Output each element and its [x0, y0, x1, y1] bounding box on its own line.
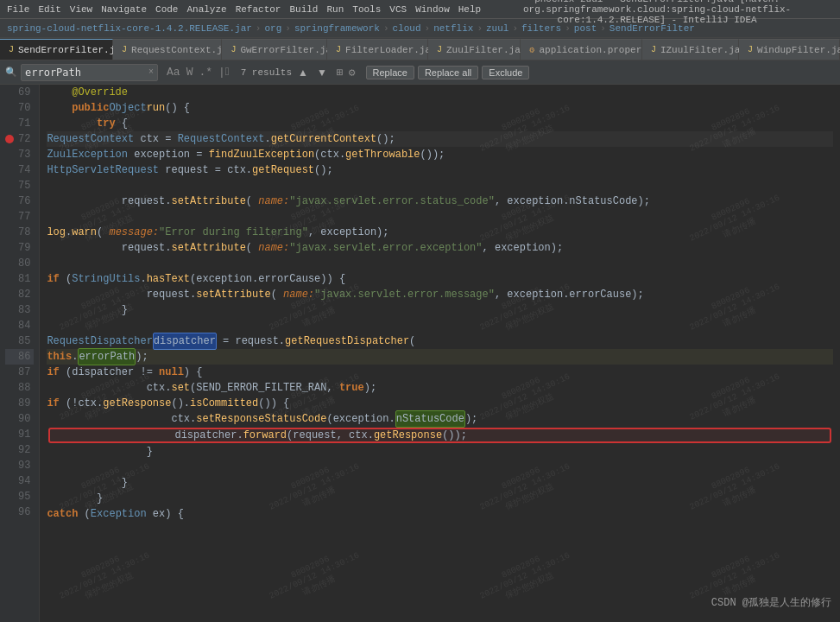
code-line-96: catch (Exception ex) {	[47, 506, 833, 522]
code-line-69: @Override	[47, 85, 833, 100]
line-number-70: 70	[5, 100, 34, 116]
code-line-94: }	[47, 475, 833, 491]
line-number-88: 88	[5, 380, 34, 396]
app-menu: File Edit View Navigate Code Analyze Ref…	[7, 4, 481, 15]
code-line-90: ctx.setResponseStatusCode(exception.nSta…	[47, 411, 833, 427]
line-number-77: 77	[5, 209, 34, 225]
line-number-92: 92	[5, 442, 34, 458]
match-case-icon[interactable]: Aa	[165, 64, 182, 80]
tab-izuulfilter[interactable]: J IZuulFilter.java ×	[642, 39, 739, 60]
line-number-96: 96	[5, 505, 34, 520]
code-line-72: RequestContext ctx = RequestContext.getC…	[47, 131, 833, 147]
prev-result-button[interactable]: ▲	[295, 66, 311, 79]
code-line-78: log.warn( message: "Error during filteri…	[47, 225, 833, 240]
bc-senderrorfilter[interactable]: SendErrorFilter	[609, 23, 695, 34]
tab-gwerrorfilter[interactable]: J GwErrorFilter.java ×	[222, 39, 327, 60]
menu-refactor[interactable]: Refactor	[236, 4, 281, 15]
replace-button[interactable]: Replace	[366, 66, 414, 79]
code-line-91: dispatcher.forward(request, ctx.getRespo…	[48, 428, 831, 443]
line-number-89: 89	[5, 396, 34, 411]
code-line-95: }	[47, 491, 833, 506]
code-line-89: if (!ctx.getResponse().isCommitted()) {	[47, 396, 833, 411]
line-number-87: 87	[5, 365, 34, 380]
tab-windupfilter[interactable]: J WindupFilter.java ×	[739, 39, 840, 60]
in-selection-icon[interactable]: |⃞	[217, 64, 234, 80]
menu-build[interactable]: Build	[289, 4, 318, 15]
line-number-94: 94	[5, 473, 34, 489]
menu-view[interactable]: View	[70, 4, 92, 15]
line-number-80: 80	[5, 256, 34, 271]
code-line-92: }	[47, 444, 833, 460]
line-number-74: 74	[5, 162, 34, 178]
bc-zuul[interactable]: zuul	[486, 23, 508, 34]
regex-icon[interactable]: .*	[197, 64, 214, 80]
line-number-84: 84	[5, 318, 34, 333]
menu-run[interactable]: Run	[326, 4, 344, 15]
line-number-73: 73	[5, 147, 34, 162]
bc-netflix[interactable]: netflix	[433, 23, 473, 34]
menu-navigate[interactable]: Navigate	[101, 4, 147, 15]
code-line-73: ZuulException exception = findZuulExcept…	[47, 147, 833, 162]
replace-bar: Replace Replace all Exclude	[366, 66, 530, 79]
code-line-74: HttpServletRequest request = ctx.getRequ…	[47, 162, 833, 178]
code-line-82: request.setAttribute( name: "javax.servl…	[47, 287, 833, 302]
bc-filters[interactable]: filters	[521, 23, 561, 34]
menu-code[interactable]: Code	[155, 4, 178, 15]
bc-cloud[interactable]: cloud	[393, 23, 421, 34]
code-line-71: try {	[47, 116, 833, 131]
line-number-95: 95	[5, 489, 34, 505]
menu-window[interactable]: Window	[415, 4, 450, 15]
code-line-87: if (dispatcher != null) {	[47, 365, 833, 380]
tab-application-properties[interactable]: ⚙ application.properties ×	[521, 39, 642, 60]
code-line-70: public Object run() {	[47, 100, 833, 116]
line-number-75: 75	[5, 178, 34, 194]
code-line-81: if (StringUtils.hasText(exception.errorC…	[47, 271, 833, 287]
search-input-wrap: ×	[21, 64, 158, 81]
search-bar: 🔍 × Aa W .* |⃞ 7 results ▲ ▼ ⊞ ⚙ Replace…	[0, 60, 840, 85]
line-number-90: 90	[5, 411, 34, 427]
tab-senderrorfilter[interactable]: J SendErrorFilter.java ×	[0, 39, 113, 60]
line-number-78: 78	[5, 225, 34, 240]
line-number-76: 76	[5, 194, 34, 209]
menu-edit[interactable]: Edit	[38, 4, 60, 15]
menu-analyze[interactable]: Analyze	[186, 4, 226, 15]
title-bar: File Edit View Navigate Code Analyze Ref…	[0, 0, 840, 19]
menu-tools[interactable]: Tools	[352, 4, 381, 15]
tab-requestcontext[interactable]: J RequestContext.java ×	[113, 39, 222, 60]
filter-icon[interactable]: ⚙	[349, 66, 356, 79]
exclude-button[interactable]: Exclude	[482, 66, 529, 79]
code-line-79: request.setAttribute( name: "javax.servl…	[47, 240, 833, 256]
code-line-76: request.setAttribute( name: "javax.servl…	[47, 194, 833, 209]
search-actions: Aa W .* |⃞	[165, 64, 234, 80]
code-line-77	[47, 209, 833, 225]
tab-filterloader[interactable]: J FilterLoader.java ×	[327, 39, 428, 60]
menu-file[interactable]: File	[7, 4, 29, 15]
code-line-86: this.errorPath);	[47, 349, 833, 365]
line-number-71: 71	[5, 116, 34, 131]
menu-help[interactable]: Help	[458, 4, 481, 15]
code-content[interactable]: @Override public Object run() { try { Re…	[40, 85, 840, 622]
code-line-93	[47, 460, 833, 475]
line-number-79: 79	[5, 240, 34, 256]
results-count: 7 results	[241, 67, 292, 78]
whole-word-icon[interactable]: W	[185, 64, 195, 80]
tab-zuulfilter[interactable]: J ZuulFilter.java ×	[428, 39, 521, 60]
window-title: phoenix-zuul - SendErrorFilter.java [Mav…	[481, 0, 833, 25]
code-line-88: ctx.set(SEND_ERROR_FILTER_RAN, true);	[47, 380, 833, 396]
bc-springframework[interactable]: springframework	[294, 23, 380, 34]
line-number-69: 69	[5, 85, 34, 100]
line-number-86: 86	[5, 349, 34, 365]
bc-org[interactable]: org	[264, 23, 281, 34]
code-line-83: }	[47, 302, 833, 318]
bc-post[interactable]: post	[574, 23, 597, 34]
code-area: 6970717273747576777879808182838485868788…	[0, 85, 840, 622]
line-number-85: 85	[5, 333, 34, 349]
line-number-72: 72	[5, 131, 34, 147]
search-input[interactable]	[25, 67, 146, 79]
search-label: 🔍	[5, 67, 17, 78]
menu-vcs[interactable]: VCS	[389, 4, 407, 15]
open-in-find-icon[interactable]: ⊞	[337, 66, 344, 79]
clear-search-icon[interactable]: ×	[148, 67, 154, 77]
next-result-button[interactable]: ▼	[314, 66, 330, 79]
replace-all-button[interactable]: Replace all	[418, 66, 478, 79]
